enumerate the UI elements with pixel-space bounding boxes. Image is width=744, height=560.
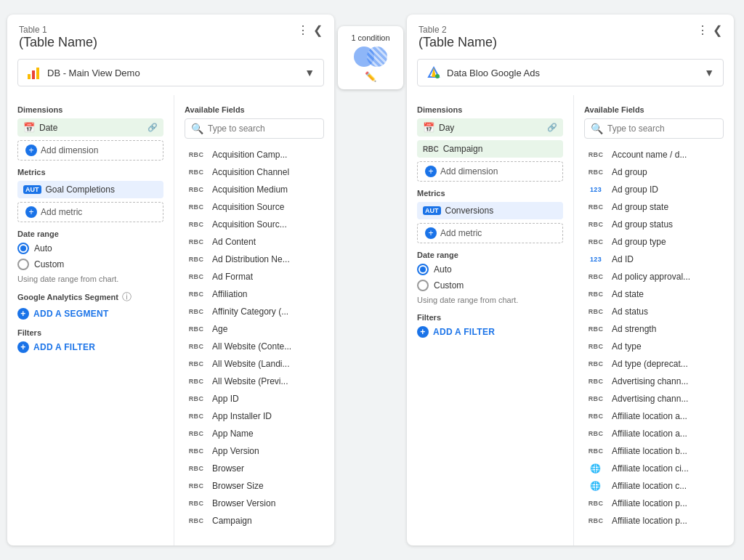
list-item[interactable]: RBCAd status — [584, 303, 724, 320]
field-label: Affiliate location a... — [612, 411, 722, 421]
list-item[interactable]: 🌐Affiliate location ci... — [584, 460, 724, 477]
table1-more-icon[interactable]: ⋮ — [297, 25, 309, 36]
table1-date-link-icon[interactable]: 🔗 — [147, 123, 158, 132]
list-item[interactable]: RBCAge — [185, 320, 324, 338]
list-item[interactable]: RBCBrowser Size — [185, 477, 324, 495]
table2-campaign-label: Campaign — [443, 144, 557, 154]
join-bubble-wrapper: 1 condition ✏️ — [334, 15, 407, 89]
table2-title-block: Table 2 (Table Name) — [418, 25, 497, 50]
list-item[interactable]: RBCAdvertising chann... — [584, 390, 724, 407]
list-item[interactable]: RBCAd Distribution Ne... — [185, 251, 324, 268]
table2-dimension-campaign: RBC Campaign — [417, 140, 563, 158]
join-edit-icon[interactable]: ✏️ — [348, 71, 393, 82]
table2-dimensions-label: Dimensions — [417, 105, 563, 114]
list-item[interactable]: RBCAffiliate location p... — [584, 512, 724, 529]
table2-date-custom-option[interactable]: Custom — [417, 280, 563, 291]
field-type-badge: RBC — [186, 169, 206, 176]
list-item[interactable]: RBCAd group type — [584, 233, 724, 251]
table1-datasource-bar[interactable]: DB - Main View Demo ▼ — [17, 59, 324, 86]
table2-date-auto-option[interactable]: Auto — [417, 264, 563, 275]
list-item[interactable]: RBCAccount name / d... — [584, 146, 724, 163]
list-item[interactable]: RBCAffiliate location p... — [584, 495, 724, 512]
join-bubble[interactable]: 1 condition ✏️ — [338, 26, 403, 89]
list-item[interactable]: RBCAcquisition Source — [185, 198, 324, 216]
table2-add-dimension-btn[interactable]: + Add dimension — [417, 161, 563, 182]
list-item[interactable]: 123Ad ID — [584, 251, 724, 268]
table2-collapse-icon[interactable]: ❮ — [713, 25, 722, 36]
table2-search-icon: 🔍 — [591, 123, 603, 134]
list-item[interactable]: RBCAd group state — [584, 198, 724, 216]
table2-datasource-dropdown-icon: ▼ — [704, 67, 714, 78]
list-item[interactable]: 🌐Affiliate location c... — [584, 477, 724, 495]
list-item[interactable]: RBCCampaign — [185, 512, 324, 529]
table2-more-icon[interactable]: ⋮ — [697, 25, 708, 36]
field-label: Ad type — [612, 341, 722, 352]
table1-search-input[interactable] — [208, 123, 318, 134]
list-item[interactable]: RBCAffiliate location a... — [584, 425, 724, 442]
table2-body: Dimensions 📅 Day 🔗 RBC Campaign + Add di… — [407, 95, 734, 545]
table1-date-auto-option[interactable]: Auto — [17, 243, 163, 254]
list-item[interactable]: RBCAffinity Category (... — [185, 303, 324, 320]
list-item[interactable]: RBCAll Website (Landi... — [185, 355, 324, 373]
list-item[interactable]: RBCAd strength — [584, 320, 724, 338]
list-item[interactable]: RBCAll Website (Conte... — [185, 338, 324, 355]
field-type-badge: RBC — [186, 430, 206, 437]
field-type-badge: RBC — [586, 151, 606, 158]
list-item[interactable]: RBCAcquisition Medium — [185, 181, 324, 198]
table1-add-segment-btn[interactable]: + ADD A SEGMENT — [17, 308, 163, 320]
field-type-badge: RBC — [186, 395, 206, 402]
list-item[interactable]: RBCAd type (deprecat... — [584, 355, 724, 373]
table1-goal-label: Goal Completions — [46, 184, 158, 195]
table1-segment-label: Google Analytics Segment — [17, 293, 118, 301]
table1-date-custom-option[interactable]: Custom — [17, 259, 163, 270]
list-item[interactable]: RBCBrowser Version — [185, 495, 324, 512]
field-label: Ad Format — [212, 272, 323, 282]
table1-filters-section: Filters + ADD A FILTER — [17, 328, 163, 353]
table1-title-small: Table 1 — [19, 25, 97, 35]
list-item[interactable]: RBCAd group status — [584, 216, 724, 233]
list-item[interactable]: RBCApp Version — [185, 442, 324, 460]
table1-dimensions-label: Dimensions — [17, 105, 163, 114]
table2-search-input[interactable] — [607, 123, 717, 134]
list-item[interactable]: RBCApp Name — [185, 425, 324, 442]
table1-add-metric-label: Add metric — [41, 207, 82, 217]
list-item[interactable]: RBCApp ID — [185, 390, 324, 407]
list-item[interactable]: RBCAdvertising chann... — [584, 373, 724, 390]
list-item[interactable]: RBCAcquisition Sourc... — [185, 216, 324, 233]
list-item[interactable]: RBCAcquisition Channel — [185, 163, 324, 181]
list-item[interactable]: RBCApp Installer ID — [185, 407, 324, 425]
field-label: App Name — [212, 429, 323, 439]
table1-add-filter-btn[interactable]: + ADD A FILTER — [17, 341, 163, 353]
list-item[interactable]: RBCAd group — [584, 163, 724, 181]
field-label: Affiliate location p... — [612, 516, 722, 526]
table1-add-metric-btn[interactable]: + Add metric — [17, 202, 163, 222]
table1-segment-header: Google Analytics Segment ⓘ — [17, 291, 163, 304]
table2-day-link-icon[interactable]: 🔗 — [547, 123, 557, 132]
table1-add-dimension-btn[interactable]: + Add dimension — [17, 140, 163, 161]
list-item[interactable]: RBCAll Website (Previ... — [185, 373, 324, 390]
field-type-badge: RBC — [186, 151, 206, 158]
list-item[interactable]: RBCAd state — [584, 285, 724, 303]
list-item[interactable]: RBCAd policy approval... — [584, 268, 724, 285]
list-item[interactable]: RBCAffiliation — [185, 285, 324, 303]
list-item[interactable]: RBCAcquisition Camp... — [185, 146, 324, 163]
table2-add-filter-btn[interactable]: + ADD A FILTER — [417, 326, 563, 338]
field-type-badge: RBC — [586, 413, 606, 420]
list-item[interactable]: RBCAd Content — [185, 233, 324, 251]
table1-segment-help-icon[interactable]: ⓘ — [122, 291, 132, 304]
field-type-badge: RBC — [186, 308, 206, 315]
field-type-badge: RBC — [586, 360, 606, 368]
table2-panel: Table 2 (Table Name) ⋮ ❮ Data Bloo Googl… — [407, 15, 734, 545]
table2-datasource-bar[interactable]: Data Bloo Google Ads ▼ — [417, 59, 724, 86]
list-item[interactable]: RBCBrowser — [185, 460, 324, 477]
table1-collapse-icon[interactable]: ❮ — [313, 25, 323, 36]
list-item[interactable]: RBCAd type — [584, 338, 724, 355]
list-item[interactable]: RBCAffiliate location a... — [584, 407, 724, 425]
list-item[interactable]: RBCAd Format — [185, 268, 324, 285]
list-item[interactable]: RBCAffiliate location b... — [584, 442, 724, 460]
table1-title-block: Table 1 (Table Name) — [19, 25, 97, 50]
field-type-badge: RBC — [186, 465, 206, 472]
list-item[interactable]: 123Ad group ID — [584, 181, 724, 198]
table2-add-metric-btn[interactable]: + Add metric — [417, 223, 563, 243]
table2-title-large: (Table Name) — [418, 35, 497, 50]
